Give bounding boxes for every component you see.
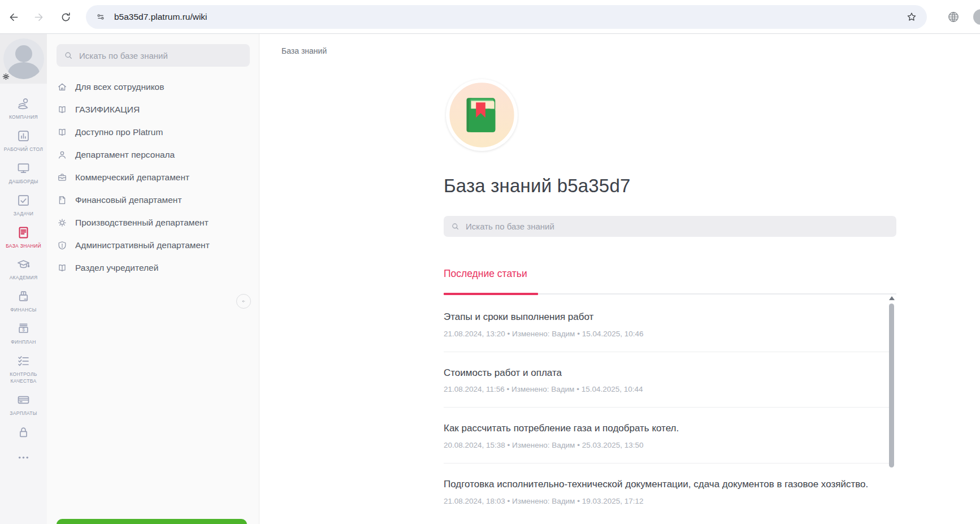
bookmark-star-icon[interactable] xyxy=(905,11,918,23)
article-meta: 21.08.2024, 18:03 • Изменено: Вадим • 19… xyxy=(444,497,890,505)
browser-back-button[interactable] xyxy=(5,8,23,26)
sidebar-section-item[interactable]: Доступно про Platrum xyxy=(57,121,250,144)
sidebar-item-label: Административный департамент xyxy=(75,240,210,250)
rail-item-label: ЗАРПЛАТЫ xyxy=(10,410,37,417)
rail-item[interactable] xyxy=(0,425,47,443)
tab-latest-articles[interactable]: Последние статьи xyxy=(444,268,527,289)
rail-item-icon xyxy=(16,289,31,304)
breadcrumb[interactable]: База знаний xyxy=(281,46,327,55)
scrollbar-thumb[interactable] xyxy=(889,304,894,467)
rail-item[interactable]: ДАШБОРДЫ xyxy=(0,161,47,185)
sidebar-section-item[interactable]: ГАЗИФИКАЦИЯ xyxy=(57,98,250,121)
article-title[interactable]: Подготовка исполнительно-технической док… xyxy=(444,478,890,492)
rail-item-label: АКАДЕМИЯ xyxy=(10,275,38,282)
article-list-item[interactable]: Как рассчитать потребление газа и подобр… xyxy=(444,408,890,464)
tab-active-underline xyxy=(444,293,538,295)
sidebar-item-label: Для всех сотрудников xyxy=(75,82,164,92)
sidebar-section-list: Для всех сотрудников ГАЗИФИКАЦИЯ Доступн… xyxy=(57,76,250,279)
article-list-item[interactable]: Этапы и сроки выполнения работ 21.08.202… xyxy=(444,296,890,352)
sidebar-item-icon xyxy=(57,194,68,206)
module-rail: КОМПАНИЯ РАБОЧИЙ СТОЛ ДАШБОРДЫ З xyxy=(0,34,47,524)
sidebar-section-item[interactable]: Департамент персонала xyxy=(57,144,250,166)
settings-gear-icon[interactable] xyxy=(1,72,11,81)
article-list-item[interactable]: Подготовка исполнительно-технической док… xyxy=(444,464,890,519)
sidebar-item-icon xyxy=(57,262,68,274)
main-search[interactable] xyxy=(444,216,896,237)
sidebar-item-label: Финансовый департамент xyxy=(75,195,182,205)
article-title[interactable]: Стоимость работ и оплата xyxy=(444,366,890,380)
sidebar-section-item[interactable]: Раздел учредителей xyxy=(57,257,250,279)
sidebar-item-label: Производственный департамент xyxy=(75,218,209,228)
url-text[interactable]: b5a35d7.platrum.ru/wiki xyxy=(114,12,905,22)
article-list-item[interactable]: Стоимость работ и оплата 21.08.2024, 11:… xyxy=(444,352,890,408)
rail-item[interactable]: РАБОЧИЙ СТОЛ xyxy=(0,128,47,153)
rail-item[interactable] xyxy=(0,450,47,468)
rail-item-icon xyxy=(16,128,31,144)
rail-item[interactable]: ФИНАНСЫ xyxy=(0,289,47,314)
main-search-input[interactable] xyxy=(466,222,890,231)
sidebar-item-icon xyxy=(57,149,68,161)
wiki-sidebar: Для всех сотрудников ГАЗИФИКАЦИЯ Доступн… xyxy=(47,34,259,524)
forward-arrow-icon xyxy=(33,11,45,23)
rail-item-label: ЗАДАЧИ xyxy=(14,211,33,218)
sidebar-item-icon xyxy=(57,81,68,93)
site-settings-icon[interactable] xyxy=(95,11,106,23)
rail-item-icon xyxy=(16,425,31,440)
scroll-up-arrow-icon[interactable] xyxy=(889,296,895,300)
user-avatar[interactable] xyxy=(0,34,47,84)
sidebar-item-label: Департамент персонала xyxy=(75,150,175,160)
back-arrow-icon xyxy=(8,11,20,23)
rail-item-icon xyxy=(16,392,31,408)
browser-reload-button[interactable] xyxy=(57,8,75,26)
rail-item[interactable]: АКАДЕМИЯ xyxy=(0,257,47,282)
sidebar-section-item[interactable]: Административный департамент xyxy=(57,234,250,257)
sidebar-section-item[interactable]: Производственный департамент xyxy=(57,211,250,234)
browser-profile-avatar[interactable] xyxy=(973,9,980,25)
article-list-scrollbar[interactable] xyxy=(888,295,895,524)
rail-item-label: ДАШБОРДЫ xyxy=(8,179,38,185)
sidebar-search[interactable] xyxy=(57,44,250,67)
rail-item-icon xyxy=(16,450,31,465)
sidebar-bottom-green-button[interactable] xyxy=(57,519,247,524)
sidebar-item-icon xyxy=(57,240,68,251)
tabs-row: Последние статьи xyxy=(444,268,896,289)
rail-item[interactable]: КОНТРОЛЬ КАЧЕСТВА xyxy=(0,353,47,385)
platrum-wiki-screen: b5a35d7.platrum.ru/wiki КОМПАНИЯ xyxy=(0,0,980,524)
collapse-sidebar-button[interactable] xyxy=(236,294,251,309)
reload-icon xyxy=(60,11,72,23)
globe-icon[interactable] xyxy=(946,10,961,24)
sidebar-section-item[interactable]: Коммерческий департамент xyxy=(57,166,250,189)
rail-item[interactable]: ЗАРПЛАТЫ xyxy=(0,392,47,417)
article-title[interactable]: Этапы и сроки выполнения работ xyxy=(444,310,890,324)
browser-chrome: b5a35d7.platrum.ru/wiki xyxy=(0,0,980,34)
rail-item-label: РАБОЧИЙ СТОЛ xyxy=(4,146,43,153)
knowledge-base-badge-icon xyxy=(446,79,518,151)
sidebar-item-label: Раздел учредителей xyxy=(75,263,158,273)
article-meta: 21.08.2024, 13:20 • Изменено: Вадим • 15… xyxy=(444,330,890,338)
sidebar-section-item[interactable]: Финансовый департамент xyxy=(57,189,250,211)
sidebar-search-input[interactable] xyxy=(79,51,243,60)
rail-item[interactable]: КОМПАНИЯ xyxy=(0,96,47,121)
sidebar-section-item[interactable]: Для всех сотрудников xyxy=(57,76,250,98)
browser-forward-button[interactable] xyxy=(29,8,47,26)
sidebar-item-icon xyxy=(57,104,68,115)
rail-item-icon xyxy=(16,225,31,240)
address-bar[interactable]: b5a35d7.platrum.ru/wiki xyxy=(86,5,927,29)
article-title[interactable]: Как рассчитать потребление газа и подобр… xyxy=(444,422,890,436)
sidebar-item-icon xyxy=(57,217,68,228)
rail-item[interactable]: ФИНПЛАН xyxy=(0,321,47,346)
rail-item-label: ФИНПЛАН xyxy=(11,339,36,346)
search-icon xyxy=(63,50,73,60)
rail-item-icon xyxy=(16,193,31,208)
rail-item[interactable]: ЗАДАЧИ xyxy=(0,193,47,218)
rail-item-label: ФИНАНСЫ xyxy=(10,307,36,314)
rail-item-icon xyxy=(16,96,31,111)
rail-item[interactable]: БАЗА ЗНАНИЙ xyxy=(0,225,47,250)
rail-item-label: КОМПАНИЯ xyxy=(9,114,38,121)
sidebar-item-label: Доступно про Platrum xyxy=(75,127,163,137)
article-list: Этапы и сроки выполнения работ 21.08.202… xyxy=(444,296,890,519)
sidebar-item-label: Коммерческий департамент xyxy=(75,172,189,183)
rail-item-icon xyxy=(16,161,31,176)
arrow-left-circle-icon xyxy=(239,297,248,306)
rail-items: КОМПАНИЯ РАБОЧИЙ СТОЛ ДАШБОРДЫ З xyxy=(0,84,47,475)
